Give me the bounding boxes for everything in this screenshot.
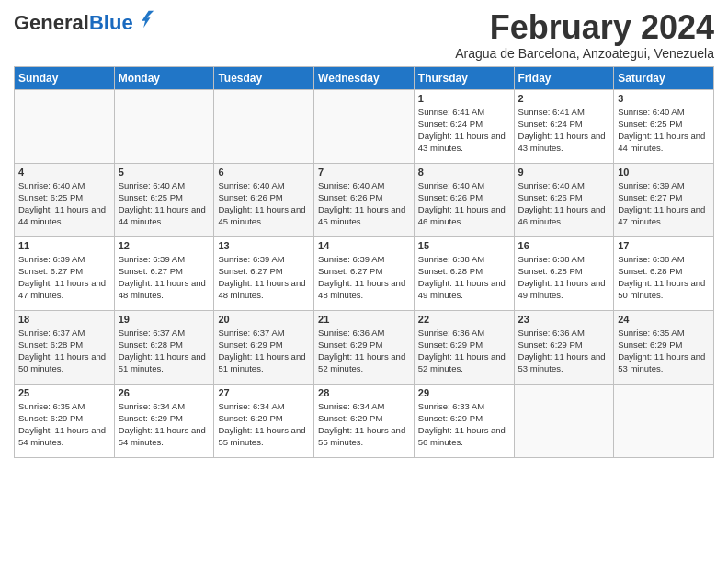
month-title: February 2024 xyxy=(455,9,714,46)
day-number: 27 xyxy=(218,387,310,398)
calendar-cell: 18Sunrise: 6:37 AMSunset: 6:28 PMDayligh… xyxy=(15,310,115,384)
day-info: Sunrise: 6:37 AMSunset: 6:28 PMDaylight:… xyxy=(18,327,110,375)
day-info-line: Sunset: 6:29 PM xyxy=(618,339,710,350)
day-header-thursday: Thursday xyxy=(414,66,514,89)
day-number: 6 xyxy=(218,167,310,178)
day-header-sunday: Sunday xyxy=(15,66,115,89)
day-info-line: Daylight: 11 hours and 52 minutes. xyxy=(418,350,510,375)
day-info-line: Daylight: 11 hours and 46 minutes. xyxy=(418,203,510,228)
day-info-line: Daylight: 11 hours and 44 minutes. xyxy=(18,203,110,228)
day-info-line: Daylight: 11 hours and 43 minutes. xyxy=(518,130,610,155)
calendar-cell: 24Sunrise: 6:35 AMSunset: 6:29 PMDayligh… xyxy=(614,310,714,384)
day-number: 17 xyxy=(618,240,710,251)
day-info-line: Sunrise: 6:37 AM xyxy=(218,327,310,339)
day-number: 28 xyxy=(318,387,410,398)
day-info: Sunrise: 6:37 AMSunset: 6:28 PMDaylight:… xyxy=(119,327,210,375)
day-info-line: Sunrise: 6:40 AM xyxy=(418,179,510,191)
day-info-line: Daylight: 11 hours and 50 minutes. xyxy=(18,350,110,375)
title-area: February 2024 Aragua de Barcelona, Anzoa… xyxy=(455,9,714,61)
day-info: Sunrise: 6:38 AMSunset: 6:28 PMDaylight:… xyxy=(518,253,610,302)
day-info: Sunrise: 6:34 AMSunset: 6:29 PMDaylight:… xyxy=(119,400,210,449)
calendar-cell: 27Sunrise: 6:34 AMSunset: 6:29 PMDayligh… xyxy=(214,384,314,457)
day-info-line: Sunrise: 6:38 AM xyxy=(418,253,510,265)
location-subtitle: Aragua de Barcelona, Anzoategui, Venezue… xyxy=(455,46,714,61)
day-number: 22 xyxy=(418,314,510,325)
day-info: Sunrise: 6:35 AMSunset: 6:29 PMDaylight:… xyxy=(618,327,710,375)
calendar-cell: 2Sunrise: 6:41 AMSunset: 6:24 PMDaylight… xyxy=(514,89,614,163)
day-number: 1 xyxy=(418,93,510,104)
day-info: Sunrise: 6:38 AMSunset: 6:28 PMDaylight:… xyxy=(418,253,510,302)
day-info-line: Sunrise: 6:36 AM xyxy=(318,327,410,339)
calendar-cell: 5Sunrise: 6:40 AMSunset: 6:25 PMDaylight… xyxy=(114,163,214,236)
day-info-line: Daylight: 11 hours and 45 minutes. xyxy=(318,203,410,228)
day-info-line: Sunrise: 6:41 AM xyxy=(518,106,610,118)
day-info: Sunrise: 6:33 AMSunset: 6:29 PMDaylight:… xyxy=(418,400,510,449)
calendar-cell: 7Sunrise: 6:40 AMSunset: 6:26 PMDaylight… xyxy=(314,163,415,236)
calendar-cell: 8Sunrise: 6:40 AMSunset: 6:26 PMDaylight… xyxy=(414,163,514,236)
calendar-week-row: 25Sunrise: 6:35 AMSunset: 6:29 PMDayligh… xyxy=(15,384,714,457)
calendar-cell: 4Sunrise: 6:40 AMSunset: 6:25 PMDaylight… xyxy=(15,163,115,236)
day-info-line: Sunrise: 6:41 AM xyxy=(418,106,510,118)
day-info-line: Sunrise: 6:40 AM xyxy=(119,179,210,191)
day-info-line: Sunrise: 6:40 AM xyxy=(218,179,310,191)
day-info-line: Sunrise: 6:37 AM xyxy=(18,327,110,339)
day-info: Sunrise: 6:36 AMSunset: 6:29 PMDaylight:… xyxy=(318,327,410,375)
day-info-line: Sunset: 6:24 PM xyxy=(518,118,610,130)
day-info: Sunrise: 6:36 AMSunset: 6:29 PMDaylight:… xyxy=(418,327,510,375)
day-info-line: Sunrise: 6:38 AM xyxy=(518,253,610,265)
day-number: 7 xyxy=(318,167,410,178)
day-info-line: Sunset: 6:29 PM xyxy=(119,412,210,424)
day-info: Sunrise: 6:34 AMSunset: 6:29 PMDaylight:… xyxy=(318,400,410,449)
day-info-line: Sunrise: 6:39 AM xyxy=(618,179,710,191)
day-info: Sunrise: 6:36 AMSunset: 6:29 PMDaylight:… xyxy=(518,327,610,375)
day-info-line: Sunset: 6:26 PM xyxy=(518,191,610,203)
day-info-line: Sunset: 6:27 PM xyxy=(218,265,310,277)
day-info-line: Daylight: 11 hours and 53 minutes. xyxy=(518,350,610,375)
day-info-line: Daylight: 11 hours and 53 minutes. xyxy=(618,350,710,375)
day-info: Sunrise: 6:41 AMSunset: 6:24 PMDaylight:… xyxy=(418,106,510,155)
calendar-cell xyxy=(314,89,415,163)
day-info-line: Sunrise: 6:33 AM xyxy=(418,400,510,412)
day-header-saturday: Saturday xyxy=(614,66,714,89)
day-info: Sunrise: 6:40 AMSunset: 6:26 PMDaylight:… xyxy=(418,179,510,228)
calendar-cell: 12Sunrise: 6:39 AMSunset: 6:27 PMDayligh… xyxy=(114,236,214,310)
day-header-friday: Friday xyxy=(514,66,614,89)
day-info-line: Daylight: 11 hours and 51 minutes. xyxy=(119,350,210,375)
calendar-cell: 16Sunrise: 6:38 AMSunset: 6:28 PMDayligh… xyxy=(514,236,614,310)
calendar-table: SundayMondayTuesdayWednesdayThursdayFrid… xyxy=(14,66,714,458)
day-header-wednesday: Wednesday xyxy=(314,66,415,89)
day-info-line: Sunset: 6:29 PM xyxy=(418,339,510,350)
day-info-line: Sunrise: 6:40 AM xyxy=(618,106,710,118)
calendar-cell: 17Sunrise: 6:38 AMSunset: 6:28 PMDayligh… xyxy=(614,236,714,310)
day-info: Sunrise: 6:40 AMSunset: 6:26 PMDaylight:… xyxy=(318,179,410,228)
calendar-cell xyxy=(114,89,214,163)
calendar-week-row: 18Sunrise: 6:37 AMSunset: 6:28 PMDayligh… xyxy=(15,310,714,384)
day-info: Sunrise: 6:41 AMSunset: 6:24 PMDaylight:… xyxy=(518,106,610,155)
calendar-cell: 25Sunrise: 6:35 AMSunset: 6:29 PMDayligh… xyxy=(15,384,115,457)
day-info-line: Daylight: 11 hours and 43 minutes. xyxy=(418,130,510,155)
logo-blue-text: Blue xyxy=(89,13,133,33)
day-info-line: Daylight: 11 hours and 49 minutes. xyxy=(518,277,610,302)
day-info-line: Sunrise: 6:39 AM xyxy=(119,253,210,265)
day-header-tuesday: Tuesday xyxy=(214,66,314,89)
day-info-line: Daylight: 11 hours and 49 minutes. xyxy=(418,277,510,302)
day-info-line: Sunrise: 6:34 AM xyxy=(119,400,210,412)
calendar-cell: 15Sunrise: 6:38 AMSunset: 6:28 PMDayligh… xyxy=(414,236,514,310)
day-number: 24 xyxy=(618,314,710,325)
day-info: Sunrise: 6:40 AMSunset: 6:25 PMDaylight:… xyxy=(119,179,210,228)
day-info-line: Daylight: 11 hours and 44 minutes. xyxy=(119,203,210,228)
day-number: 16 xyxy=(518,240,610,251)
day-info-line: Daylight: 11 hours and 54 minutes. xyxy=(18,424,110,449)
calendar-cell: 20Sunrise: 6:37 AMSunset: 6:29 PMDayligh… xyxy=(214,310,314,384)
day-info-line: Daylight: 11 hours and 45 minutes. xyxy=(218,203,310,228)
day-info-line: Sunrise: 6:40 AM xyxy=(18,179,110,191)
logo-general-text: General xyxy=(14,13,89,33)
calendar-cell: 29Sunrise: 6:33 AMSunset: 6:29 PMDayligh… xyxy=(414,384,514,457)
day-number: 5 xyxy=(119,167,210,178)
header: General Blue February 2024 Aragua de Bar… xyxy=(14,9,714,61)
day-info-line: Sunrise: 6:35 AM xyxy=(18,400,110,412)
day-number: 29 xyxy=(418,387,510,398)
day-info-line: Sunset: 6:29 PM xyxy=(318,339,410,350)
day-number: 15 xyxy=(418,240,510,251)
calendar-cell: 19Sunrise: 6:37 AMSunset: 6:28 PMDayligh… xyxy=(114,310,214,384)
